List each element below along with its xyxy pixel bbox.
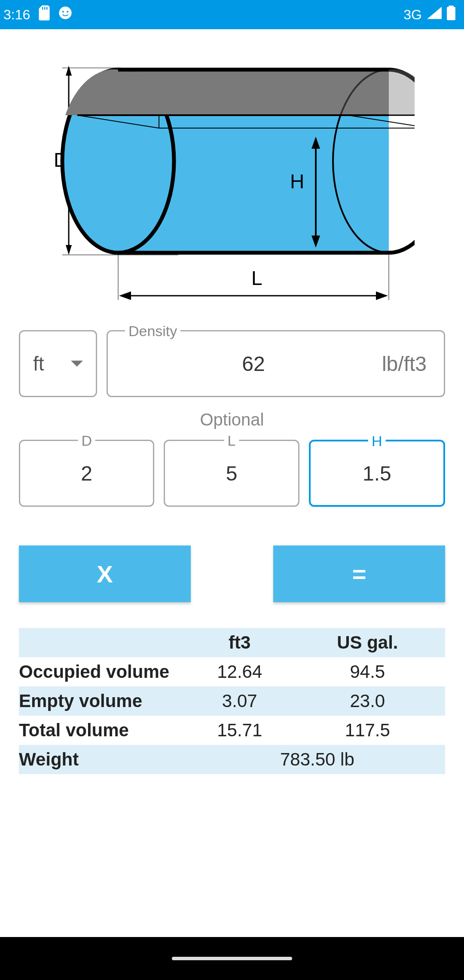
empty-label: Empty volume — [19, 686, 189, 716]
unit-select[interactable]: ft — [19, 330, 97, 397]
dim-l-field[interactable]: L — [164, 440, 299, 507]
dim-d-input[interactable] — [29, 462, 144, 485]
dim-d-label: D — [78, 432, 95, 449]
row-total: Total volume 15.71 117.5 — [19, 716, 445, 745]
dim-h-input[interactable] — [319, 462, 435, 485]
density-input[interactable] — [125, 352, 382, 376]
chevron-down-icon — [71, 361, 83, 367]
col-ft3: ft3 — [189, 628, 290, 657]
status-time: 3:16 — [3, 7, 30, 23]
svg-marker-28 — [376, 291, 388, 300]
occupied-label: Occupied volume — [19, 657, 189, 686]
occupied-ft3: 12.64 — [189, 657, 290, 686]
status-left: 3:16 — [3, 5, 72, 24]
density-label: Density — [125, 323, 180, 340]
svg-point-1 — [62, 11, 64, 12]
sd-card-icon — [38, 5, 51, 24]
status-bar: 3:16 3G — [0, 0, 464, 29]
optional-label: Optional — [19, 410, 445, 429]
dim-h-label: H — [368, 433, 386, 450]
dim-h-field[interactable]: H — [309, 440, 445, 507]
equals-button[interactable]: = — [273, 545, 445, 602]
occupied-gal: 94.5 — [290, 657, 445, 686]
battery-icon — [447, 6, 455, 24]
dimensions-row: D L H — [19, 440, 445, 507]
empty-gal: 23.0 — [290, 686, 445, 716]
svg-point-2 — [67, 11, 69, 12]
row-empty: Empty volume 3.07 23.0 — [19, 686, 445, 716]
results-table: ft3 US gal. Occupied volume 12.64 94.5 E… — [19, 628, 445, 774]
navigation-bar — [0, 937, 464, 980]
action-buttons-row: X = — [19, 545, 445, 602]
dim-l-input[interactable] — [174, 462, 289, 485]
signal-icon — [427, 6, 442, 23]
svg-point-0 — [59, 6, 72, 19]
row-weight: Weight 783.50 lb — [19, 745, 445, 774]
diagram-h-label: H — [290, 170, 304, 193]
unit-value: ft — [33, 352, 44, 375]
face-icon — [58, 6, 72, 23]
density-field[interactable]: Density lb/ft3 — [107, 330, 445, 397]
main-content: D H — [0, 29, 464, 937]
total-ft3: 15.71 — [189, 716, 290, 745]
total-label: Total volume — [19, 716, 189, 745]
status-right: 3G — [403, 6, 455, 24]
dim-l-label: L — [224, 432, 239, 449]
total-gal: 117.5 — [290, 716, 445, 745]
svg-marker-6 — [66, 66, 72, 76]
dim-d-field[interactable]: D — [19, 440, 154, 507]
diagram-l-label: L — [251, 267, 263, 289]
empty-ft3: 3.07 — [189, 686, 290, 716]
home-handle[interactable] — [172, 957, 292, 960]
col-gal: US gal. — [290, 628, 445, 657]
density-unit: lb/ft3 — [382, 352, 427, 376]
tank-diagram: D H — [19, 51, 445, 309]
top-inputs-row: ft Density lb/ft3 — [19, 330, 445, 397]
svg-marker-7 — [66, 245, 72, 255]
clear-button[interactable]: X — [19, 545, 191, 602]
svg-rect-4 — [447, 7, 455, 20]
network-label: 3G — [403, 7, 422, 23]
weight-label: Weight — [19, 745, 189, 774]
row-occupied: Occupied volume 12.64 94.5 — [19, 657, 445, 686]
weight-value: 783.50 lb — [189, 745, 445, 774]
svg-marker-27 — [119, 291, 131, 300]
